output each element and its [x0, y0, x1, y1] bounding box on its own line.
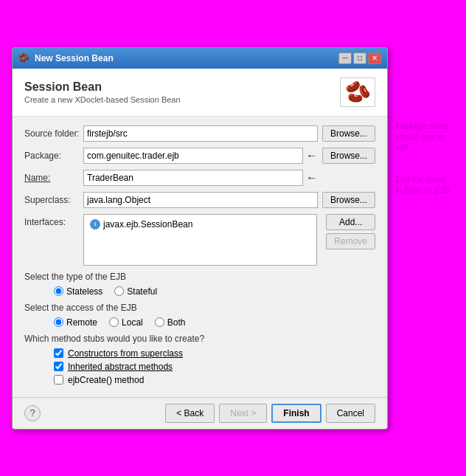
stateless-radio[interactable]	[54, 286, 63, 296]
source-folder-label: Source folder:	[24, 128, 83, 139]
superclass-row: Superclass: Browse...	[24, 192, 375, 208]
constructors-row: Constructors from superclass	[54, 348, 375, 359]
method-stubs-section: Which method stubs would you like to cre…	[24, 334, 375, 385]
maximize-button[interactable]: □	[353, 52, 366, 64]
remote-label: Remote	[66, 317, 97, 328]
constructors-checkbox[interactable]	[54, 348, 63, 358]
header-icon: 🫘	[340, 77, 375, 107]
package-arrow-icon: ←	[306, 149, 318, 162]
remote-radio[interactable]	[54, 317, 63, 327]
interfaces-buttons: Add... Remove	[321, 214, 375, 249]
inherited-row: Inherited abstract methods	[54, 362, 375, 372]
both-label: Both	[167, 317, 186, 328]
help-button[interactable]: ?	[24, 405, 41, 421]
ejb-type-radio-group: Stateless Stateful	[24, 286, 375, 297]
window-title: New Session Bean	[35, 53, 114, 63]
both-radio[interactable]	[155, 317, 164, 327]
source-folder-row: Source folder: Browse...	[24, 125, 375, 142]
stateful-radio[interactable]	[114, 286, 124, 296]
cancel-button[interactable]: Cancel	[326, 404, 375, 423]
name-arrow-icon: ←	[306, 171, 318, 184]
dialog-content: Source folder: Browse... Package: ← Brow…	[13, 117, 387, 397]
name-label: Name:	[24, 173, 83, 183]
interfaces-label: Interfaces:	[24, 214, 83, 227]
sidebar-notes: Package name should end in .ejb End the …	[395, 47, 454, 196]
stateful-radio-label[interactable]: Stateful	[114, 286, 157, 297]
superclass-browse-button[interactable]: Browse...	[322, 192, 375, 208]
back-button[interactable]: < Back	[165, 404, 215, 423]
ejbcreate-row: ejbCreate() method	[54, 375, 375, 385]
next-button[interactable]: Next >	[219, 404, 267, 423]
method-stubs-label: Which method stubs would you like to cre…	[24, 334, 375, 344]
constructors-label: Constructors from superclass	[68, 348, 183, 359]
name-input[interactable]	[83, 170, 303, 186]
inherited-checkbox[interactable]	[54, 362, 63, 371]
stateless-radio-label[interactable]: Stateless	[54, 286, 102, 297]
close-button[interactable]: ✕	[368, 52, 381, 64]
remove-interface-button[interactable]: Remove	[326, 233, 375, 249]
window-controls: ─ □ ✕	[338, 52, 381, 64]
name-row: Name: ←	[24, 170, 375, 186]
remote-radio-label[interactable]: Remote	[54, 317, 97, 328]
interface-item: i javax.ejb.SessionBean	[87, 218, 313, 231]
interfaces-list: i javax.ejb.SessionBean	[83, 214, 317, 266]
title-bar: 🫘 New Session Bean ─ □ ✕	[13, 48, 387, 69]
local-label: Local	[122, 317, 143, 328]
package-note: Package name should end in .ejb	[395, 121, 454, 153]
add-interface-button[interactable]: Add...	[326, 214, 375, 230]
stateless-label: Stateless	[66, 286, 102, 297]
ejbcreate-checkbox[interactable]	[54, 375, 63, 384]
local-radio-label[interactable]: Local	[109, 317, 143, 328]
dialog-header: Session Bean Create a new XDoclet-based …	[13, 69, 387, 117]
method-stubs-checkboxes: Constructors from superclass Inherited a…	[24, 348, 375, 385]
package-label: Package:	[24, 151, 83, 161]
ejb-access-radio-group: Remote Local Both	[24, 317, 375, 328]
inherited-label: Inherited abstract methods	[68, 362, 173, 372]
dialog-window: 🫘 New Session Bean ─ □ ✕ Session Bean Cr…	[12, 47, 388, 430]
footer-buttons: < Back Next > Finish Cancel	[165, 404, 375, 423]
ejb-access-section: Select the access of the EJB Remote Loca…	[24, 303, 375, 328]
window-icon: 🫘	[18, 52, 30, 64]
superclass-input[interactable]	[83, 192, 318, 208]
dialog-footer: ? < Back Next > Finish Cancel	[13, 397, 387, 429]
package-browse-button[interactable]: Browse...	[322, 148, 375, 164]
interfaces-row: Interfaces: i javax.ejb.SessionBean Add.…	[24, 214, 375, 266]
ejb-access-label: Select the access of the EJB	[24, 303, 375, 313]
dialog-subtitle: Create a new XDoclet-based Session Bean	[24, 95, 181, 104]
finish-button[interactable]: Finish	[271, 404, 321, 423]
package-input[interactable]	[83, 148, 303, 164]
source-folder-input[interactable]	[83, 125, 318, 142]
ejb-type-label: Select the type of the EJB	[24, 272, 375, 282]
interface-icon: i	[90, 219, 100, 230]
minimize-button[interactable]: ─	[338, 52, 352, 64]
ejbcreate-label: ejbCreate() method	[68, 375, 144, 385]
ejb-type-section: Select the type of the EJB Stateless Sta…	[24, 272, 375, 297]
package-row: Package: ← Browse...	[24, 148, 375, 164]
stateful-label: Stateful	[127, 286, 157, 297]
both-radio-label[interactable]: Both	[155, 317, 186, 328]
source-folder-browse-button[interactable]: Browse...	[322, 125, 375, 142]
name-note: End the name in Bean or EJB	[395, 174, 454, 196]
local-radio[interactable]	[109, 317, 119, 327]
interface-name: javax.ejb.SessionBean	[103, 219, 192, 230]
superclass-label: Superclass:	[24, 195, 83, 205]
dialog-title: Session Bean	[24, 80, 181, 94]
